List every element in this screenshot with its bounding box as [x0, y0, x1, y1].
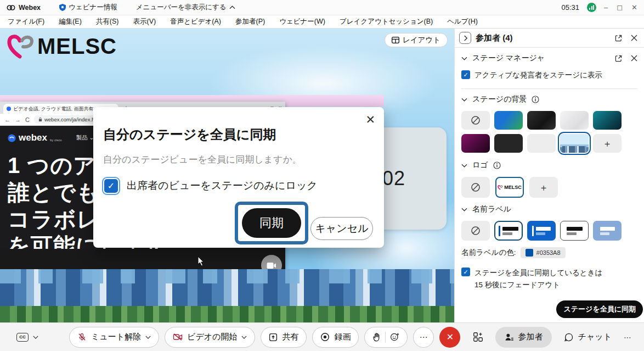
lock-view-checkbox-row[interactable]: ✓ 出席者のビューをステージのみにロック — [104, 179, 318, 193]
webex-window: Webex ウェビナー情報 メニューバーを非表示にする 05:31 – ◻ ✕ … — [0, 0, 644, 351]
chevron-down-icon[interactable] — [461, 98, 467, 102]
unmute-button[interactable]: ミュート解除 — [69, 327, 159, 348]
chat-bubble-icon — [564, 332, 574, 342]
logo-none-tile[interactable] — [461, 177, 490, 198]
fade-checkbox[interactable]: ✓ — [461, 268, 470, 276]
active-speaker-checkbox-row[interactable]: ✓ アクティブな発言者をステージに表示 — [455, 66, 644, 84]
panel-close-icon[interactable] — [631, 35, 637, 42]
apps-button[interactable] — [473, 332, 483, 342]
stage-manager-close-icon[interactable] — [631, 55, 637, 62]
background-light-gray-tile[interactable] — [560, 111, 589, 130]
close-button[interactable]: ✕ — [631, 3, 637, 12]
menu-file[interactable]: ファイル(F) — [8, 17, 44, 26]
cancel-button[interactable]: キャンセル — [310, 217, 373, 240]
share-button[interactable]: 共有 — [261, 327, 307, 348]
record-button[interactable]: 録画 — [312, 327, 359, 348]
chevron-down-icon[interactable] — [461, 57, 467, 60]
menu-share[interactable]: 共有(S) — [96, 17, 119, 26]
name-label-style2-tile[interactable] — [527, 221, 556, 241]
logo-section-title: ロゴ — [472, 160, 488, 170]
background-city-tile-selected[interactable] — [560, 134, 589, 153]
maximize-button[interactable]: ◻ — [617, 3, 623, 12]
chevron-up-icon — [229, 5, 235, 9]
name-label-style1-tile-selected[interactable] — [494, 221, 523, 241]
menu-audio-video[interactable]: 音声とビデオ(A) — [170, 17, 221, 26]
site-nav-products[interactable]: 製品 ⌄ — [76, 134, 94, 142]
sync-button[interactable]: 同期 — [242, 208, 301, 238]
panel-collapse-button[interactable] — [459, 32, 471, 44]
leave-meeting-button[interactable]: ✕ — [439, 327, 460, 348]
name-label-style4-tile[interactable] — [593, 221, 622, 241]
hide-menubar-button[interactable]: メニューバーを非表示にする — [136, 3, 235, 12]
control-toolbar: CC ミュート解除 ビデオの開始 共有 — [0, 322, 644, 351]
chevron-down-icon[interactable] — [461, 164, 467, 168]
fade-checkbox-row[interactable]: ✓ ステージを全員に同期しているときは 15 秒後にフェードアウト — [455, 260, 644, 294]
more-options-button[interactable]: ⋯ — [413, 327, 434, 348]
lock-view-checkbox[interactable]: ✓ — [104, 179, 118, 193]
city-buildings — [0, 269, 454, 309]
background-black-tile[interactable] — [494, 134, 523, 153]
background-add-tile[interactable]: ＋ — [593, 134, 622, 153]
reload-icon[interactable]: C — [25, 116, 30, 123]
active-speaker-label: アクティブな発言者をステージに表示 — [474, 70, 602, 81]
share-screen-icon — [269, 333, 278, 342]
info-icon[interactable] — [532, 96, 539, 103]
panel-title: 参加者 (4) — [476, 33, 513, 43]
menu-view[interactable]: 表示(V) — [133, 17, 156, 26]
divider — [385, 332, 386, 343]
none-icon — [471, 115, 481, 125]
raise-hand-icon — [372, 332, 381, 342]
name-label-color-picker[interactable]: #0353A8 — [521, 247, 566, 258]
dialog-close-icon[interactable]: ✕ — [365, 114, 375, 125]
name-label-color-row: 名前ラベルの色: #0353A8 — [455, 242, 644, 260]
chevron-down-icon — [145, 336, 151, 339]
closed-captions-icon: CC — [16, 333, 29, 342]
melsc-heart-icon — [7, 33, 35, 59]
logo-tiles-row: MELSC ＋ — [455, 174, 644, 199]
background-bluegreen-tile[interactable] — [494, 111, 523, 130]
background-none-tile[interactable] — [461, 111, 490, 130]
chevron-down-icon[interactable] — [461, 208, 467, 211]
logo-add-tile[interactable]: ＋ — [529, 177, 558, 198]
name-label-none-tile[interactable] — [461, 221, 490, 241]
panel-popout-icon[interactable] — [615, 35, 622, 42]
background-purple-tile[interactable] — [461, 134, 490, 153]
stage-manager-popout-icon[interactable] — [615, 55, 622, 62]
connection-quality-icon — [587, 3, 596, 12]
logo-melsc-tile-selected[interactable]: MELSC — [495, 177, 524, 198]
background-dark-gradient-tile[interactable] — [527, 111, 556, 130]
more-panels-button[interactable]: ⋯ — [624, 333, 632, 342]
info-icon[interactable] — [493, 161, 501, 169]
name-label-title: 名前ラベル — [472, 204, 511, 214]
name-label-color-label: 名前ラベルの色: — [461, 248, 516, 258]
background-white-tile[interactable] — [527, 134, 556, 153]
name-label-section-header: 名前ラベル — [455, 199, 644, 218]
city-trees — [0, 306, 454, 322]
unmute-label: ミュート解除 — [91, 332, 141, 342]
start-video-button[interactable]: ビデオの開始 — [165, 327, 255, 348]
captions-button[interactable]: CC — [16, 333, 38, 342]
webex-site-logo: webex by cisco — [8, 132, 62, 143]
menu-participants[interactable]: 参加者(P) — [235, 17, 265, 26]
color-value-text: #0353A8 — [536, 249, 561, 256]
name-label-style3-tile[interactable] — [560, 221, 589, 241]
menu-breakout[interactable]: ブレイクアウトセッション(B) — [340, 17, 433, 26]
menu-webinar[interactable]: ウェビナー(W) — [279, 17, 325, 26]
webinar-info-button[interactable]: ウェビナー情報 — [59, 3, 117, 12]
minimize-button[interactable]: – — [604, 3, 608, 12]
record-label: 録画 — [334, 332, 351, 342]
forward-icon[interactable]: → — [15, 116, 21, 123]
menu-help[interactable]: ヘルプ(H) — [447, 17, 478, 26]
background-teal-tile[interactable] — [593, 111, 622, 130]
participants-toggle-button[interactable]: 参加者 — [495, 327, 552, 348]
layout-grid-icon — [392, 37, 399, 43]
participants-panel: 参加者 (4) ステージ マネージャ — [454, 29, 644, 322]
back-icon[interactable]: ← — [4, 116, 10, 123]
layout-button-label: レイアウト — [403, 35, 440, 45]
chat-button[interactable]: チャット — [564, 332, 612, 342]
active-speaker-checkbox[interactable]: ✓ — [461, 70, 470, 79]
reactions-button[interactable] — [364, 327, 408, 348]
logo-tile-label: MELSC — [504, 185, 522, 190]
menu-edit[interactable]: 編集(E) — [59, 17, 82, 26]
layout-button[interactable]: レイアウト — [385, 33, 448, 47]
